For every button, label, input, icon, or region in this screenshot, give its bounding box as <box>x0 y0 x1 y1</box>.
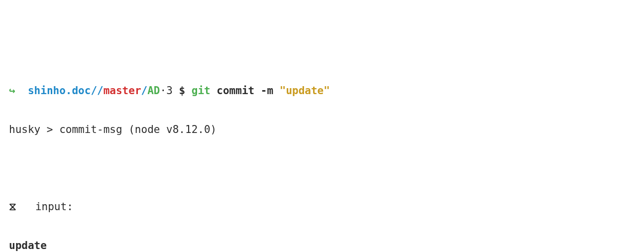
git-state: AD <box>147 85 160 97</box>
blank-line <box>9 159 635 178</box>
slash-separator-2: / <box>141 85 148 97</box>
commit-message-string[interactable]: "update" <box>280 85 330 97</box>
commit-args[interactable]: commit -m <box>211 85 280 97</box>
path-segment: shinho.doc/ <box>28 85 97 97</box>
input-icon: ⧖ <box>9 201 16 213</box>
branch-name: master <box>104 85 141 97</box>
input-header: ⧖ input: <box>9 197 635 217</box>
prompt-line-1: ↪ shinho.doc//master/AD·3 $ git commit -… <box>9 81 635 101</box>
slash-separator: / <box>97 85 104 97</box>
input-value: update <box>9 236 635 252</box>
git-command[interactable]: git <box>192 85 211 97</box>
ahead-count: ·3 <box>160 85 173 97</box>
prompt-dollar: $ <box>173 85 192 97</box>
input-label: input: <box>16 201 73 213</box>
arrow-icon: ↪ <box>9 85 15 97</box>
husky-output: husky > commit-msg (node v8.12.0) <box>9 120 635 139</box>
